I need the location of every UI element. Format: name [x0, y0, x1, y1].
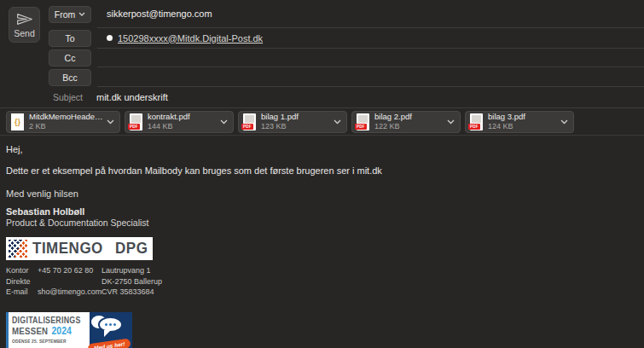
- subject-label: Subject: [49, 87, 87, 107]
- banner-title-line2: MESSEN: [12, 326, 48, 336]
- pdf-file-icon: PDF: [357, 113, 369, 130]
- pdf-badge: PDF: [355, 124, 367, 130]
- attachment-size: 144 KB: [148, 122, 217, 130]
- bcc-button[interactable]: Bcc: [49, 69, 91, 86]
- address-rows: From sikkerpost@timengo.com To: [49, 0, 644, 107]
- pdf-file-icon: PDF: [130, 113, 142, 130]
- attachment-size: 123 KB: [261, 122, 330, 130]
- attachment-name: bilag 2.pdf: [374, 113, 444, 122]
- attachment-menu-chevron[interactable]: [107, 119, 114, 125]
- message-body[interactable]: Hej, Dette er et eksempel på hvordan Mai…: [0, 136, 644, 348]
- json-braces-glyph: {}: [11, 113, 24, 130]
- to-button-label: To: [65, 33, 74, 44]
- sender-name: Sebastian Holbøll: [6, 206, 638, 217]
- pdf-badge: PDF: [241, 124, 253, 130]
- contact-label: Kontor: [6, 265, 38, 276]
- attachment-menu-chevron[interactable]: [447, 119, 455, 125]
- from-button[interactable]: From: [49, 6, 91, 23]
- subject-row: Subject mit.dk underskrift: [49, 87, 644, 107]
- contact-address-line: DK-2750 Ballerup: [102, 276, 162, 287]
- cc-field[interactable]: [97, 49, 644, 67]
- from-row: From sikkerpost@timengo.com: [49, 0, 644, 28]
- from-field[interactable]: sikkerpost@timengo.com: [97, 0, 644, 28]
- to-field[interactable]: 150298xxxx@Mitdk.Digital-Post.dk: [97, 28, 644, 49]
- attachment-chip[interactable]: {} MitdkMemoHeaderInfo.json 2 KB: [6, 111, 120, 133]
- to-row: To 150298xxxx@Mitdk.Digital-Post.dk: [49, 28, 644, 49]
- banner-text: DIGITALISERINGS MESSEN 2024 ODENSE 25. S…: [12, 315, 81, 344]
- bcc-row: Bcc: [49, 67, 644, 87]
- attachment-menu-chevron[interactable]: [334, 119, 341, 125]
- compose-header: Send From sikkerpost@timengo.com: [0, 0, 644, 108]
- banner-subtitle: ODENSE 25. SEPTEMBER: [12, 339, 81, 344]
- subject-value: mit.dk underskrift: [96, 92, 168, 102]
- attachment-name: bilag 1.pdf: [261, 113, 330, 122]
- speech-bubble-icon: [98, 316, 123, 333]
- from-button-label: From: [55, 9, 76, 20]
- send-button-label: Send: [14, 28, 35, 38]
- contact-email: sho@timengo.com: [38, 287, 96, 298]
- attachment-chip[interactable]: PDF bilag 1.pdf 123 KB: [238, 111, 347, 133]
- timengo-logo: TIMENGO DPG: [6, 237, 153, 260]
- timengo-logo-mark-icon: [9, 240, 27, 258]
- from-address: sikkerpost@timengo.com: [107, 9, 212, 19]
- recipient-address-link[interactable]: 150298xxxx@Mitdk.Digital-Post.dk: [118, 33, 263, 44]
- banner-left-stripe: [6, 312, 9, 348]
- attachments-bar: {} MitdkMemoHeaderInfo.json 2 KB PDF kon…: [0, 108, 644, 136]
- contact-address-line: Lautrupvang 1: [102, 265, 162, 276]
- attachment-size: 124 KB: [488, 122, 557, 130]
- attachment-size: 2 KB: [29, 122, 103, 130]
- cc-button-label: Cc: [65, 53, 76, 63]
- banner-title-line1: DIGITALISERINGS: [12, 315, 81, 325]
- contact-cvr: CVR 35833684: [102, 287, 162, 298]
- attachment-name: bilag 3.pdf: [488, 113, 557, 122]
- body-paragraph: Dette er et eksempel på hvordan Mailbody…: [6, 165, 638, 176]
- recipient-presence-dot: [107, 35, 113, 41]
- contact-label: E-mail: [6, 287, 38, 298]
- attachment-name: kontrakt.pdf: [148, 113, 217, 122]
- email-compose-window: Send From sikkerpost@timengo.com: [0, 0, 644, 348]
- send-button[interactable]: Send: [9, 7, 40, 43]
- json-file-icon: {}: [11, 113, 24, 130]
- contact-value: [38, 276, 96, 287]
- attachment-menu-chevron[interactable]: [560, 119, 568, 125]
- cc-row: Cc: [49, 49, 644, 67]
- sender-title: Product & Documentation Specialist: [6, 218, 638, 228]
- body-closing: Med venlig hilsen: [6, 188, 638, 199]
- contact-value: +45 70 20 62 80: [38, 265, 96, 276]
- chevron-down-icon: [78, 12, 85, 16]
- banner-year: 2024: [52, 325, 72, 337]
- bcc-button-label: Bcc: [62, 72, 78, 83]
- signature-contact: Kontor Direkte E-mail +45 70 20 62 80 sh…: [6, 265, 638, 298]
- send-icon: [16, 12, 33, 26]
- cc-button[interactable]: Cc: [49, 49, 91, 67]
- attachment-menu-chevron[interactable]: [220, 119, 228, 125]
- recipient-pill: 150298xxxx@Mitdk.Digital-Post.dk: [107, 33, 263, 44]
- attachment-chip[interactable]: PDF bilag 3.pdf 124 KB: [465, 111, 574, 133]
- attachment-size: 122 KB: [374, 122, 444, 130]
- pdf-badge: PDF: [128, 124, 140, 130]
- attachment-chip[interactable]: PDF bilag 2.pdf 122 KB: [351, 111, 461, 133]
- contact-label: Direkte: [6, 276, 38, 287]
- digitaliseringsmessen-banner: DIGITALISERINGS MESSEN 2024 ODENSE 25. S…: [6, 312, 132, 348]
- attachment-chip[interactable]: PDF kontrakt.pdf 144 KB: [125, 111, 234, 133]
- pdf-badge: PDF: [468, 124, 480, 130]
- attachment-name: MitdkMemoHeaderInfo.json: [29, 113, 103, 122]
- subject-field[interactable]: mit.dk underskrift: [87, 87, 644, 107]
- pdf-file-icon: PDF: [243, 113, 256, 130]
- to-button[interactable]: To: [49, 30, 91, 47]
- timengo-logo-text: TIMENGO DPG: [32, 240, 148, 258]
- body-greeting: Hej,: [6, 144, 638, 154]
- bcc-field[interactable]: [97, 67, 644, 87]
- pdf-file-icon: PDF: [470, 113, 483, 130]
